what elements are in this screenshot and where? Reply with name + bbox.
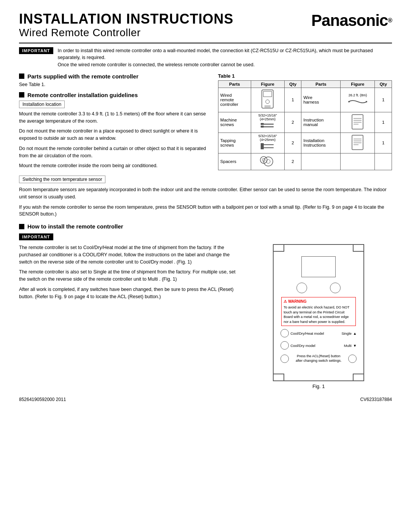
installation-location-box: Installation location [19,101,65,108]
part-name-instruction: Instructionmanual [301,112,341,133]
important-badge: IMPORTANT [19,47,53,54]
part-qty-wire: 1 [375,88,392,112]
part-empty-2 [341,153,375,170]
col-qty-2: Qty [375,80,392,88]
important-line2: Once the wired remote controller is conn… [58,61,392,69]
notch-br [353,374,363,380]
tapping-screws-note: 5/32×15/16"(4×25mm) [253,134,282,142]
important-line1: In order to install this wired remote co… [58,47,392,62]
install-section: How to install the remote controller IMP… [19,223,392,389]
footer-left: 85264190592000 2011 [19,397,66,402]
two-col-layout: Parts supplied with the remote controlle… [19,73,392,173]
arrow-up: ▲ [353,331,357,335]
svg-point-2 [266,100,269,104]
multi-arrows: ▼ [353,343,357,348]
warning-title: ⚠ WARNING [284,299,354,304]
parts-heading-square [19,73,24,79]
install-para-2: The remote controller is also set to Sin… [19,268,239,283]
install-two-col: The remote controller is set to Cool/Dry… [19,244,392,389]
sub-title: Wired Remote Controller [19,27,234,39]
part-empty-1 [301,153,341,170]
screen-area [301,256,336,277]
install-important: IMPORTANT [19,233,392,240]
part-name-tapping-screws: Tappingscrews [218,133,251,153]
sensor-para-2: If you wish the remote controller to sen… [19,204,392,218]
svg-rect-11 [352,115,363,129]
part-fig-wire: 26.2 ft. (8m) [341,88,375,112]
guideline-para-1: Mount the remote controller 3.3 to 4.9 f… [19,110,210,125]
col-figure-2: Figure [341,80,375,88]
cool-dry-heat-label: Cool/Dry/Heat model [290,331,324,335]
cool-dry-label: Cool/Dry model [290,343,315,348]
cool-dry-group: Cool/Dry model [280,341,315,350]
part-qty-wired: 1 [284,88,301,112]
install-para-3: After all work is completed, if any swit… [19,286,239,300]
part-name-wired: Wiredremotecontroller [218,88,251,112]
col-qty-1: Qty [284,80,301,88]
guidelines-heading-text: Remote controller installation guideline… [27,92,138,98]
see-table-text: See Table 1. [19,82,210,87]
install-para-1: The remote controller is set to Cool/Dry… [19,244,239,265]
header: INSTALLATION INSTRUCTIONS Wired Remote C… [19,11,392,39]
wired-remote-icon [260,89,275,110]
svg-marker-19 [261,146,264,149]
part-qty-machine: 2 [284,112,301,133]
parts-heading: Parts supplied with the remote controlle… [19,73,210,80]
guideline-para-3: Do not mount the remote controller behin… [19,145,210,160]
left-col: Parts supplied with the remote controlle… [19,73,210,173]
svg-rect-10 [261,126,264,128]
header-titles: INSTALLATION INSTRUCTIONS Wired Remote C… [19,11,234,39]
part-fig-machine: 5/32×15/16"(4×25mm) [251,112,284,133]
notch-tr [353,245,363,252]
part-qty-spacers: 2 [284,153,301,170]
wire-harness-icon [348,98,367,105]
single-arrows: ▲ [353,331,357,335]
part-qty-tapping: 2 [284,133,301,153]
spacers-icon [260,155,275,168]
notch-tl [274,245,284,252]
machine-screws-icon [260,121,275,131]
install-right: ⚠ WARNING To avoid an electric shock haz… [245,244,392,389]
col-parts-2: Parts [301,80,341,88]
part-qty-instruction: 1 [375,112,392,133]
svg-point-5 [348,101,350,102]
circle-btn-1 [296,283,307,293]
important-label-col: IMPORTANT [19,47,53,54]
circle-cool-dry [280,341,289,350]
part-name-machine-screws: Machinescrews [218,112,251,133]
remote-controller-diagram: ⚠ WARNING To avoid an electric shock haz… [273,244,364,381]
part-name-install-inst: InstallationInstructions [301,133,341,153]
warning-box: ⚠ WARNING To avoid an electric shock haz… [281,297,356,326]
acl-reset-row: Press the ACL(Reset) button after changi… [277,353,360,364]
circle-row-1 [277,281,360,295]
parts-heading-text: Parts supplied with the remote controlle… [27,73,139,80]
table-row: Tappingscrews 5/32×15/16"(4×25mm) 2 Inst… [218,133,392,153]
part-empty-3 [375,153,392,170]
parts-table: Parts Figure Qty Parts Figure Qty Wiredr… [218,80,392,170]
install-left: The remote controller is set to Cool/Dry… [19,244,239,389]
machine-screws-note: 5/32×15/16"(4×25mm) [253,113,282,121]
part-name-spacers: Spacers [218,153,251,170]
circle-cool-dry-heat [280,329,289,337]
tapping-screws-icon [260,142,275,151]
footer: 85264190592000 2011 CV6233187884 [19,397,392,402]
svg-rect-9 [261,123,264,125]
install-heading: How to install the remote controller [19,223,392,230]
svg-marker-18 [261,143,264,146]
logo-reg: ® [388,17,392,24]
part-fig-tapping: 5/32×15/16"(4×25mm) [251,133,284,153]
circle-acl-right [348,355,357,363]
logo-text: Panasonic [311,11,388,30]
install-heading-square [19,224,24,229]
footer-right: CV6233187884 [360,397,392,402]
sensor-box: Switching the room temperature sensor [19,176,105,183]
single-label: Single [341,331,351,335]
circle-btn-2 [330,283,341,293]
svg-point-25 [264,157,273,166]
warning-triangle: ⚠ [284,299,287,304]
part-fig-spacers [251,153,284,170]
single-group: Single ▲ [341,331,357,335]
warning-title-text: WARNING [288,299,306,304]
part-fig-wired [251,88,284,112]
switch-row-2: Cool/Dry model Multi ▼ [277,340,360,350]
